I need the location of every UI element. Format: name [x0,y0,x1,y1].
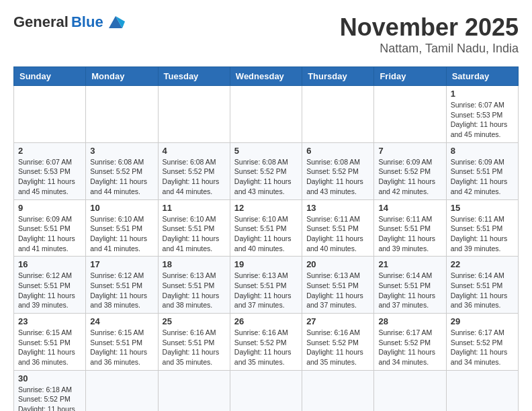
day-info: Sunrise: 6:11 AM Sunset: 5:51 PM Dayligh… [306,214,369,254]
day-number: 21 [378,259,441,269]
day-info: Sunrise: 6:07 AM Sunset: 5:53 PM Dayligh… [451,100,514,140]
day-info: Sunrise: 6:10 AM Sunset: 5:51 PM Dayligh… [234,214,298,254]
calendar-cell: 7Sunrise: 6:09 AM Sunset: 5:52 PM Daylig… [374,142,446,199]
calendar-cell: 10Sunrise: 6:10 AM Sunset: 5:51 PM Dayli… [86,199,158,257]
calendar-cell [230,370,302,411]
title-area: November 2025 Nattam, Tamil Nadu, India [340,13,519,56]
calendar-week-4: 16Sunrise: 6:12 AM Sunset: 5:51 PM Dayli… [14,257,519,314]
calendar-cell [14,86,86,143]
day-info: Sunrise: 6:13 AM Sunset: 5:51 PM Dayligh… [306,271,369,310]
day-info: Sunrise: 6:16 AM Sunset: 5:52 PM Dayligh… [306,328,369,367]
day-info: Sunrise: 6:11 AM Sunset: 5:51 PM Dayligh… [378,214,441,254]
weekday-header-saturday: Saturday [446,67,518,86]
day-info: Sunrise: 6:08 AM Sunset: 5:52 PM Dayligh… [306,157,369,197]
calendar-cell: 11Sunrise: 6:10 AM Sunset: 5:51 PM Dayli… [158,199,230,257]
day-info: Sunrise: 6:17 AM Sunset: 5:52 PM Dayligh… [378,328,441,367]
location-title: Nattam, Tamil Nadu, India [340,42,519,56]
day-number: 23 [18,316,81,326]
calendar-cell: 1Sunrise: 6:07 AM Sunset: 5:53 PM Daylig… [446,86,518,143]
day-info: Sunrise: 6:15 AM Sunset: 5:51 PM Dayligh… [90,328,153,367]
calendar-cell [446,370,518,411]
calendar-cell [86,370,158,411]
day-info: Sunrise: 6:09 AM Sunset: 5:51 PM Dayligh… [451,157,514,197]
calendar-week-6: 30Sunrise: 6:18 AM Sunset: 5:52 PM Dayli… [14,370,519,411]
day-info: Sunrise: 6:13 AM Sunset: 5:51 PM Dayligh… [234,271,298,310]
calendar-week-5: 23Sunrise: 6:15 AM Sunset: 5:51 PM Dayli… [14,314,519,371]
day-info: Sunrise: 6:13 AM Sunset: 5:51 PM Dayligh… [163,271,226,310]
logo-blue: Blue [71,13,103,31]
calendar-cell: 22Sunrise: 6:14 AM Sunset: 5:51 PM Dayli… [446,257,518,314]
calendar-week-1: 1Sunrise: 6:07 AM Sunset: 5:53 PM Daylig… [14,86,519,143]
calendar-cell: 18Sunrise: 6:13 AM Sunset: 5:51 PM Dayli… [158,257,230,314]
calendar-cell: 13Sunrise: 6:11 AM Sunset: 5:51 PM Dayli… [302,199,374,257]
calendar-cell [374,86,446,143]
calendar-cell: 4Sunrise: 6:08 AM Sunset: 5:52 PM Daylig… [158,142,230,199]
day-number: 2 [18,146,81,156]
calendar-cell: 23Sunrise: 6:15 AM Sunset: 5:51 PM Dayli… [14,314,86,371]
day-number: 5 [234,146,298,156]
calendar-cell [302,86,374,143]
day-info: Sunrise: 6:09 AM Sunset: 5:51 PM Dayligh… [18,214,81,254]
day-info: Sunrise: 6:16 AM Sunset: 5:52 PM Dayligh… [234,328,298,367]
day-number: 10 [90,203,153,213]
calendar-cell: 20Sunrise: 6:13 AM Sunset: 5:51 PM Dayli… [302,257,374,314]
calendar-cell: 29Sunrise: 6:17 AM Sunset: 5:52 PM Dayli… [446,314,518,371]
weekday-header-friday: Friday [374,67,446,86]
calendar-cell: 2Sunrise: 6:07 AM Sunset: 5:53 PM Daylig… [14,142,86,199]
day-number: 15 [451,203,514,213]
day-number: 25 [163,316,226,326]
day-number: 30 [18,373,81,383]
day-number: 28 [378,316,441,326]
day-info: Sunrise: 6:17 AM Sunset: 5:52 PM Dayligh… [451,328,514,367]
day-number: 29 [451,316,514,326]
calendar-cell [230,86,302,143]
calendar-cell: 8Sunrise: 6:09 AM Sunset: 5:51 PM Daylig… [446,142,518,199]
day-info: Sunrise: 6:15 AM Sunset: 5:51 PM Dayligh… [18,328,81,367]
day-number: 4 [163,146,226,156]
calendar-cell: 5Sunrise: 6:08 AM Sunset: 5:52 PM Daylig… [230,142,302,199]
calendar-cell: 16Sunrise: 6:12 AM Sunset: 5:51 PM Dayli… [14,257,86,314]
day-number: 26 [234,316,298,326]
calendar-cell: 3Sunrise: 6:08 AM Sunset: 5:52 PM Daylig… [86,142,158,199]
day-info: Sunrise: 6:12 AM Sunset: 5:51 PM Dayligh… [18,271,81,310]
calendar-cell: 30Sunrise: 6:18 AM Sunset: 5:52 PM Dayli… [14,370,86,411]
day-info: Sunrise: 6:10 AM Sunset: 5:51 PM Dayligh… [90,214,153,254]
weekday-header-tuesday: Tuesday [158,67,230,86]
calendar-week-3: 9Sunrise: 6:09 AM Sunset: 5:51 PM Daylig… [14,199,519,257]
day-info: Sunrise: 6:08 AM Sunset: 5:52 PM Dayligh… [90,157,153,197]
calendar-table: SundayMondayTuesdayWednesdayThursdayFrid… [13,66,519,411]
calendar-cell: 6Sunrise: 6:08 AM Sunset: 5:52 PM Daylig… [302,142,374,199]
calendar-cell: 14Sunrise: 6:11 AM Sunset: 5:51 PM Dayli… [374,199,446,257]
day-number: 3 [90,146,153,156]
month-title: November 2025 [340,13,519,42]
day-info: Sunrise: 6:10 AM Sunset: 5:51 PM Dayligh… [163,214,226,254]
day-number: 12 [234,203,298,213]
calendar-cell: 25Sunrise: 6:16 AM Sunset: 5:51 PM Dayli… [158,314,230,371]
page-header: General Blue November 2025 Nattam, Tamil… [13,13,519,56]
day-info: Sunrise: 6:16 AM Sunset: 5:51 PM Dayligh… [163,328,226,367]
day-number: 18 [163,259,226,269]
calendar-cell [158,370,230,411]
logo-icon [106,15,125,30]
day-info: Sunrise: 6:08 AM Sunset: 5:52 PM Dayligh… [163,157,226,197]
calendar-cell [158,86,230,143]
day-number: 17 [90,259,153,269]
logo: General Blue [13,13,125,31]
day-number: 22 [451,259,514,269]
calendar-cell: 9Sunrise: 6:09 AM Sunset: 5:51 PM Daylig… [14,199,86,257]
day-info: Sunrise: 6:14 AM Sunset: 5:51 PM Dayligh… [451,271,514,310]
weekday-header-monday: Monday [86,67,158,86]
calendar-cell: 26Sunrise: 6:16 AM Sunset: 5:52 PM Dayli… [230,314,302,371]
calendar-cell [374,370,446,411]
day-number: 16 [18,259,81,269]
calendar-cell: 19Sunrise: 6:13 AM Sunset: 5:51 PM Dayli… [230,257,302,314]
day-info: Sunrise: 6:12 AM Sunset: 5:51 PM Dayligh… [90,271,153,310]
weekday-header-wednesday: Wednesday [230,67,302,86]
day-info: Sunrise: 6:14 AM Sunset: 5:51 PM Dayligh… [378,271,441,310]
calendar-cell: 24Sunrise: 6:15 AM Sunset: 5:51 PM Dayli… [86,314,158,371]
calendar-cell: 17Sunrise: 6:12 AM Sunset: 5:51 PM Dayli… [86,257,158,314]
day-info: Sunrise: 6:07 AM Sunset: 5:53 PM Dayligh… [18,157,81,197]
day-number: 8 [451,146,514,156]
day-number: 7 [378,146,441,156]
calendar-cell: 12Sunrise: 6:10 AM Sunset: 5:51 PM Dayli… [230,199,302,257]
